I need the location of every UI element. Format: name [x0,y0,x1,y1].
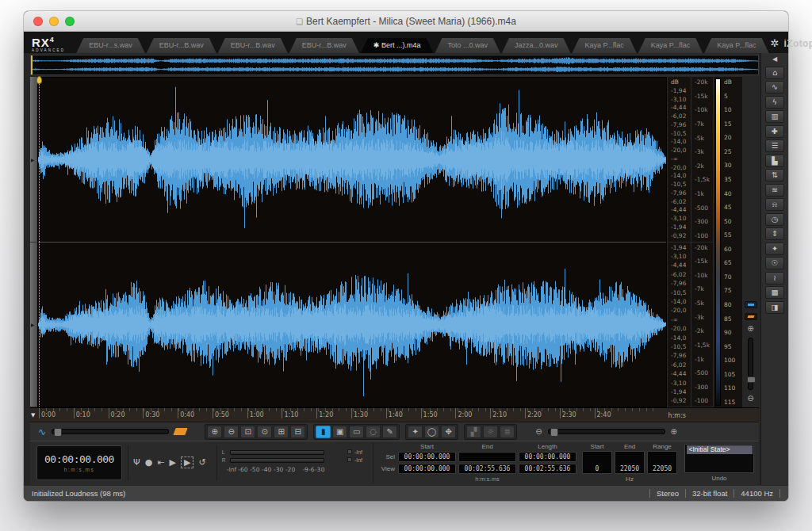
play-selection-button[interactable]: ▶ [181,457,193,468]
vertical-zoom-out-icon[interactable]: ⊖ [747,395,753,403]
decrackle-icon[interactable]: ϟ [765,96,784,109]
sel-length-value[interactable]: 00:00:00.000 [519,452,576,462]
instant-process-tool[interactable]: ▞ [466,426,481,438]
playhead-line[interactable] [39,78,40,407]
undo-history-list[interactable]: <Initial State> [684,444,754,473]
spectrogram-opacity-slider[interactable] [745,313,757,320]
declick-icon[interactable]: ∿ [765,81,784,94]
zoom-selection-button[interactable]: ⊡ [240,426,255,438]
spectrum-analyzer-icon[interactable]: ▦ [765,286,784,299]
freq-end-value[interactable]: 22050 [615,451,645,474]
loop-playback-button[interactable]: ↺ [198,458,205,467]
zoom-window-button[interactable] [65,17,75,26]
resample-icon[interactable]: ⇕ [765,227,784,240]
meter-bar-left [230,450,324,455]
undo-history-item[interactable]: <Initial State> [687,445,753,454]
tab-file-6[interactable]: Toto ...0.wav [435,38,500,53]
tab-file-4[interactable]: EBU-r...B.wav [289,38,359,53]
tool-bar: ∿ ⊕⊖⊡⊙⊞⊟ ▮▣▭◌✎ ✦◯✥ ▞☼≣ ⊖ ⊕ [30,422,759,441]
spectrogram-view-icon[interactable] [173,428,187,435]
tab-file-10[interactable]: Kaya P...flac [704,38,768,53]
leveler-icon[interactable]: ⇅ [765,169,784,181]
zoom-fit-button[interactable]: ⊙ [257,426,272,438]
waveform-channel-1[interactable] [38,78,666,242]
playhead-pin[interactable] [36,76,42,84]
vertical-zoom-slider[interactable] [748,338,753,390]
declip-icon[interactable]: ⌂ [765,67,784,79]
horizontal-zoom-in-icon[interactable]: ⊕ [671,428,677,436]
time-pitch-icon[interactable]: ◷ [765,213,784,226]
compare-tool[interactable]: ☼ [483,426,498,438]
zoom-out-vertical-button[interactable]: ⊟ [290,426,305,438]
zoom-slider-knob[interactable] [550,428,558,437]
zoom-in-time-button[interactable]: ⊕ [207,426,222,438]
channel-1-selector[interactable]: ▶ [30,77,37,243]
record-input-button[interactable]: Ψ [133,458,140,467]
time-selection-tool[interactable]: ▮ [316,426,331,438]
ruler-tick-label: 2:00 [455,412,472,418]
tab-file-active[interactable]: ✱ Bert ...).m4a [361,38,434,53]
waveform-opacity-slider[interactable] [745,301,757,308]
wave-spectrogram-blend-slider[interactable] [52,429,169,434]
ruler-tick-label: 0:50 [213,412,229,418]
title-bar[interactable]: ❏Bert Kaempfert - Milica (Sweet Maria) (… [24,11,788,32]
blend-slider-knob[interactable] [54,428,62,437]
sel-end-value[interactable] [458,452,516,462]
channel-2-selector[interactable]: ▶ [30,243,37,408]
clip-readout-right[interactable]: -Inf [347,457,362,463]
freq-start-value[interactable]: 0 [582,451,612,474]
horizontal-zoom-out-icon[interactable]: ⊖ [535,428,542,436]
view-end-value[interactable]: 00:02:55.636 [458,464,516,474]
zoom-in-vertical-button[interactable]: ⊞ [274,426,289,438]
loudness-icon[interactable]: ☉ [765,257,784,269]
freq-range-value[interactable]: 22050 [647,451,677,474]
ruler-playhead-marker[interactable]: ▼ [31,412,35,418]
clip-readout-left[interactable]: -Inf [347,449,362,455]
time-frequency-selection-tool[interactable]: ▣ [332,426,347,438]
minimize-window-button[interactable] [49,17,59,26]
overview-playhead[interactable] [31,55,33,74]
sel-start-value[interactable]: 00:00:00.000 [398,452,456,462]
tab-file-8[interactable]: Kaya P...flac [572,38,636,53]
tab-file-1[interactable]: EBU-r...s.wav [76,38,145,53]
process-list-tool[interactable]: ≣ [500,426,515,438]
tab-file-9[interactable]: Kaya P...flac [638,38,703,53]
time-ruler[interactable]: ▼ 0:000:100:200:300:400:501:001:101:201:… [30,407,759,422]
magic-wand-tool[interactable]: ✦ [408,426,423,438]
close-window-button[interactable] [33,17,43,26]
gain-icon[interactable]: ▙ [765,155,784,167]
tab-file-3[interactable]: EBU-r...B.wav [218,38,288,53]
remove-hum-icon[interactable]: ▥ [765,110,784,123]
waveform-display[interactable] [37,77,667,407]
waveform-overview[interactable] [30,55,759,75]
zoom-tool[interactable]: ◯ [424,426,439,438]
amplitude-tick-label: -14,0 [671,139,689,145]
record-button[interactable]: ● [145,458,153,467]
zoom-out-time-button[interactable]: ⊖ [224,426,239,438]
go-to-start-button[interactable]: ⇤ [157,458,164,467]
horizontal-zoom-slider[interactable] [548,429,665,434]
channel-operations-icon[interactable]: ◨ [765,301,784,314]
play-button[interactable]: ▶ [170,458,176,467]
alert-icon[interactable]: ⍾ [765,198,784,211]
hand-tool[interactable]: ✥ [441,426,456,438]
tab-file-2[interactable]: EBU-r...B.wav [147,38,216,53]
signal-generator-icon[interactable]: ≀ [765,272,784,285]
collapse-panel-button[interactable]: ◀ [772,55,777,63]
view-length-value[interactable]: 00:02:55.636 [519,464,576,474]
tab-file-7[interactable]: Jazza...0.wav [502,38,571,53]
frequency-selection-tool[interactable]: ▭ [349,426,364,438]
waveform-view-icon[interactable]: ∿ [38,426,46,437]
view-start-value[interactable]: 00:00:00.000 [398,464,456,474]
plugin-icon[interactable]: ✦ [765,243,784,255]
vertical-zoom-in-icon[interactable]: ⊕ [747,325,753,333]
waveform-channel-2[interactable] [38,243,666,407]
lasso-selection-tool[interactable]: ◌ [366,426,381,438]
vertical-zoom-knob[interactable] [747,376,756,383]
denoise-icon[interactable]: ☰ [765,139,784,152]
eq-icon[interactable]: ≋ [765,184,784,197]
frequency-tick-label: -2k [695,163,711,170]
brush-selection-tool[interactable]: ✎ [382,426,397,438]
overview-canvas[interactable] [31,55,758,74]
spectral-repair-icon[interactable]: ✚ [765,125,784,138]
